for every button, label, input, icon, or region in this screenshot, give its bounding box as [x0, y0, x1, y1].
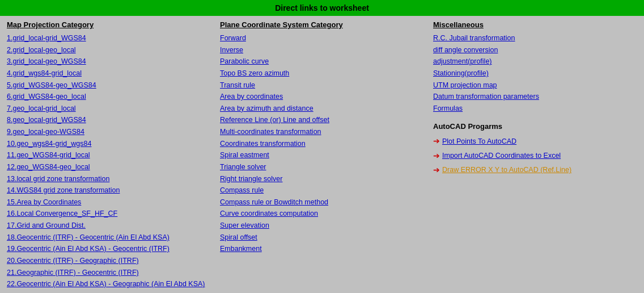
plane-coordinate-item[interactable]: Coordinates transformation	[220, 138, 424, 150]
plane-coordinate-item[interactable]: Super elevation	[220, 220, 424, 232]
header-bar: Direct links to worksheet	[0, 0, 644, 16]
autocad-header: AutoCAD Progarms	[433, 122, 637, 131]
plane-coordinate-item[interactable]: Area by azimuth and distance	[220, 103, 424, 115]
map-projection-item[interactable]: 17.Grid and Ground Dist.	[7, 220, 211, 232]
map-projection-column: Map Projection Category 1.grid_local-gri…	[2, 20, 215, 293]
map-projection-item[interactable]: 20.Geocentric (ITRF) - Geographic (ITRF)	[7, 255, 211, 267]
map-projection-item[interactable]: 21.Geographic (ITRF) - Geocentric (ITRF)	[7, 267, 211, 279]
map-projection-item[interactable]: 6.grid_WGS84-geo_local	[7, 91, 211, 103]
plane-coordinate-item[interactable]: Spiral offset	[220, 232, 424, 244]
map-projection-item[interactable]: 4.grid_wgs84-grid_local	[7, 68, 211, 79]
plane-coordinate-item[interactable]: Compass rule	[220, 185, 424, 196]
plane-coordinate-item[interactable]: Forward	[220, 32, 424, 44]
autocad-item: ➔Plot Points To AutoCAD	[433, 134, 637, 148]
map-projection-item[interactable]: 5.grid_WGS84-geo_WGS84	[7, 79, 211, 91]
plane-coordinate-item[interactable]: Embankment	[220, 243, 424, 255]
plane-coordinate-item[interactable]: Topo BS zero azimuth	[220, 68, 424, 79]
map-projection-item[interactable]: 12.geo_WGS84-geo_local	[7, 161, 211, 173]
arrow-icon: ➔	[433, 163, 440, 177]
plane-coordinate-item[interactable]: Parabolic curve	[220, 56, 424, 68]
miscellaneous-column: Miscellaneous R.C. Jubail transformation…	[429, 20, 642, 293]
map-projection-item[interactable]: 1.grid_local-grid_WGS84	[7, 32, 211, 44]
plane-coordinate-list: ForwardInverseParabolic curveTopo BS zer…	[220, 32, 424, 255]
map-projection-item[interactable]: 19.Geocentric (Ain El Abd KSA) - Geocent…	[7, 243, 211, 255]
arrow-icon: ➔	[433, 134, 440, 148]
map-projection-item[interactable]: 8.geo_local-grid_WGS84	[7, 114, 211, 126]
map-projection-item[interactable]: 9.geo_local-geo-WGS84	[7, 126, 211, 138]
map-projection-list: 1.grid_local-grid_WGS842.grid_local-geo_…	[7, 32, 211, 293]
map-projection-header: Map Projection Category	[7, 20, 211, 29]
miscellaneous-header: Miscellaneous	[433, 20, 637, 29]
plane-coordinate-item[interactable]: Compass rule or Bowditch method	[220, 196, 424, 208]
miscellaneous-item[interactable]: R.C. Jubail transformation	[433, 32, 637, 44]
autocad-link-item[interactable]: Plot Points To AutoCAD	[442, 135, 516, 148]
plane-coordinate-column: Plane Coordinate System Category Forward…	[215, 20, 429, 293]
map-projection-item[interactable]: 23.Geographic (Ain El Abd KSA) - Geocent…	[7, 290, 211, 293]
autocad-link-item[interactable]: Import AutoCAD Coordinates to Excel	[442, 149, 561, 162]
autocad-list: ➔Plot Points To AutoCAD➔Import AutoCAD C…	[433, 134, 637, 177]
map-projection-item[interactable]: 13.local grid zone transformation	[7, 173, 211, 185]
miscellaneous-item[interactable]: Datum transformation parameters	[433, 91, 637, 103]
miscellaneous-item[interactable]: diff angle conversion	[433, 44, 637, 56]
map-projection-item[interactable]: 10.geo_wgs84-grid_wgs84	[7, 138, 211, 150]
main-content: Map Projection Category 1.grid_local-gri…	[0, 16, 644, 293]
arrow-icon: ➔	[433, 149, 440, 163]
miscellaneous-item[interactable]: Stationing(profile)	[433, 68, 637, 79]
plane-coordinate-item[interactable]: Transit rule	[220, 79, 424, 91]
miscellaneous-item[interactable]: Formulas	[433, 103, 637, 115]
map-projection-item[interactable]: 18.Geocentric (ITRF) - Geocentric (Ain E…	[7, 232, 211, 244]
map-projection-item[interactable]: 22.Geocentric (Ain El Abd KSA) - Geograp…	[7, 278, 211, 290]
autocad-item: ➔Draw ERROR X Y to AutoCAD (Ref.Line)	[433, 163, 637, 177]
header-title: Direct links to worksheet	[275, 3, 369, 12]
plane-coordinate-item[interactable]: Multi-coordinates transformation	[220, 126, 424, 138]
autocad-link-item[interactable]: Draw ERROR X Y to AutoCAD (Ref.Line)	[442, 164, 571, 177]
autocad-item: ➔Import AutoCAD Coordinates to Excel	[433, 149, 637, 163]
map-projection-item[interactable]: 7.geo_local-grid_local	[7, 103, 211, 115]
map-projection-item[interactable]: 15.Area by Coordinates	[7, 196, 211, 208]
map-projection-item[interactable]: 3.grid_local-geo_WGS84	[7, 56, 211, 68]
map-projection-item[interactable]: 11.geo_WGS84-grid_local	[7, 149, 211, 161]
plane-coordinate-item[interactable]: Reference Line (or) Line and offset	[220, 114, 424, 126]
map-projection-item[interactable]: 16.Local Convergence_SF_HF_CF	[7, 208, 211, 220]
plane-coordinate-item[interactable]: Area by coordinates	[220, 91, 424, 103]
plane-coordinate-item[interactable]: Right triangle solver	[220, 173, 424, 185]
plane-coordinate-item[interactable]: Curve coordinates computation	[220, 208, 424, 220]
miscellaneous-item[interactable]: UTM projection map	[433, 79, 637, 91]
plane-coordinate-item[interactable]: Spiral eastment	[220, 149, 424, 161]
plane-coordinate-item[interactable]: Triangle solver	[220, 161, 424, 173]
miscellaneous-item[interactable]: adjustment(profile)	[433, 56, 637, 68]
plane-coordinate-item[interactable]: Inverse	[220, 44, 424, 56]
miscellaneous-list: R.C. Jubail transformationdiff angle con…	[433, 32, 637, 114]
map-projection-item[interactable]: 2.grid_local-geo_local	[7, 44, 211, 56]
map-projection-item[interactable]: 14.WGS84 grid zone transformation	[7, 185, 211, 196]
plane-coordinate-header: Plane Coordinate System Category	[220, 20, 424, 29]
